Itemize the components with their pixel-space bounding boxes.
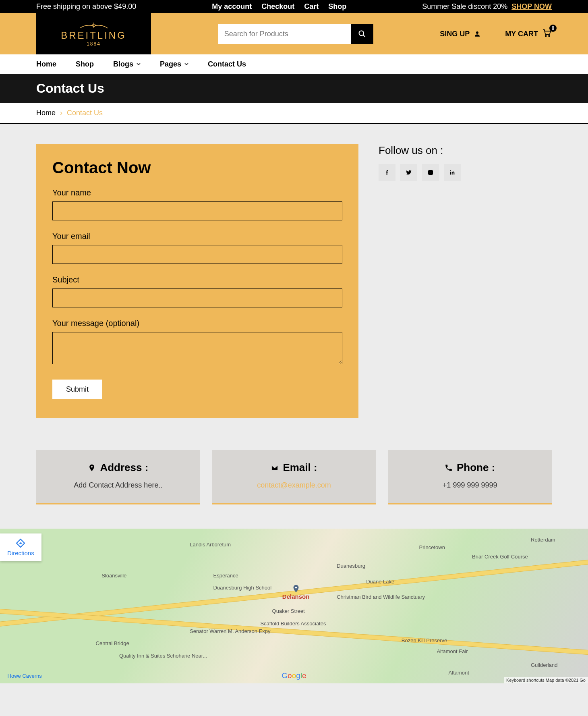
nav-pages[interactable]: Pages [160, 60, 188, 68]
cart-count-badge: 0 [549, 25, 557, 32]
signup-link[interactable]: SING UP [440, 30, 481, 38]
name-label: Your name [52, 188, 342, 197]
topbar-link-shop[interactable]: Shop [328, 2, 346, 11]
submit-button[interactable]: Submit [52, 380, 102, 399]
form-heading: Contact Now [52, 159, 342, 177]
map-label[interactable]: Esperance [212, 572, 240, 579]
nav-shop[interactable]: Shop [76, 60, 94, 68]
header: BREITLING 1884 SING UP MY CART 0 [0, 13, 588, 54]
svg-point-0 [359, 31, 364, 36]
map-label[interactable]: Quaker Street [271, 608, 306, 614]
search-box [218, 24, 373, 44]
map-label[interactable]: Altamont Fair [435, 648, 469, 655]
envelope-icon [271, 464, 279, 472]
directions-label: Directions [7, 550, 34, 556]
social-row [379, 164, 552, 181]
name-input[interactable] [52, 201, 342, 220]
nav-home[interactable]: Home [36, 60, 56, 68]
nav-contact[interactable]: Contact Us [208, 60, 246, 68]
my-cart-link[interactable]: MY CART 0 [505, 29, 552, 39]
follow-title: Follow us on : [379, 144, 552, 157]
main-nav: Home Shop Blogs Pages Contact Us [0, 54, 588, 74]
my-cart-label: MY CART [505, 30, 538, 38]
map-label[interactable]: Guilderland [529, 662, 559, 668]
email-value[interactable]: contact@example.com [220, 481, 368, 490]
search-input[interactable] [218, 24, 351, 44]
signup-label: SING UP [440, 30, 470, 38]
map-label[interactable]: Quality Inn & Suites Schoharie Near... [118, 652, 209, 659]
map-label[interactable]: Rotterdam [529, 536, 557, 543]
chevron-down-icon [137, 62, 141, 66]
breadcrumb: Home › Contact Us [0, 103, 588, 124]
svg-point-4 [549, 35, 550, 36]
nav-shop-label: Shop [76, 60, 94, 68]
map-label[interactable]: Bozen Kill Preserve [400, 637, 449, 644]
map[interactable]: Directions Delanson Landis Arboretum Esp… [0, 529, 588, 683]
topbar-link-checkout[interactable]: Checkout [261, 2, 294, 11]
chevron-down-icon [184, 62, 188, 66]
nav-blogs[interactable]: Blogs [113, 60, 141, 68]
map-label[interactable]: Briar Creek Golf Course [470, 553, 530, 560]
email-title-text: Email : [283, 461, 317, 474]
address-value: Add Contact Address here.. [44, 481, 192, 490]
social-instagram[interactable] [422, 164, 439, 181]
shop-now-link[interactable]: SHOP NOW [511, 2, 552, 11]
map-label[interactable]: Duanesburg High School [212, 584, 273, 591]
message-textarea[interactable] [52, 332, 342, 364]
search-button[interactable] [351, 24, 373, 44]
map-label[interactable]: Altamont [447, 669, 471, 676]
phone-value: +1 999 999 9999 [396, 481, 544, 490]
header-actions: SING UP MY CART 0 [440, 29, 552, 39]
phone-icon [445, 464, 453, 472]
email-card: Email : contact@example.com [212, 450, 376, 504]
map-pin-icon [88, 464, 96, 472]
subject-input[interactable] [52, 288, 342, 307]
email-label: Your email [52, 232, 342, 241]
breadcrumb-home[interactable]: Home [36, 109, 56, 117]
topbar-link-account[interactable]: My account [212, 2, 252, 11]
map-label[interactable]: Howe Caverns [6, 672, 43, 679]
map-label[interactable]: Duane Lake [364, 578, 396, 585]
info-row: Address : Add Contact Address here.. Ema… [0, 450, 588, 529]
page-title: Contact Us [36, 81, 104, 95]
subject-label: Subject [52, 275, 342, 284]
map-label[interactable]: Duanesburg [335, 562, 367, 569]
contact-form-card: Contact Now Your name Your email Subject… [36, 144, 358, 418]
topbar-link-cart[interactable]: Cart [304, 2, 319, 11]
svg-point-7 [432, 171, 432, 171]
logo[interactable]: BREITLING 1884 [36, 13, 151, 54]
address-card: Address : Add Contact Address here.. [36, 450, 200, 504]
map-attribution[interactable]: Keyboard shortcuts Map data ©2021 Go [504, 677, 588, 683]
map-label[interactable]: Sloansville [100, 572, 128, 579]
search-wrap [151, 24, 440, 44]
svg-point-10 [295, 587, 297, 589]
twitter-icon [406, 169, 412, 176]
email-input[interactable] [52, 245, 342, 264]
map-label[interactable]: Central Bridge [94, 640, 131, 647]
address-title-text: Address : [100, 461, 148, 474]
map-label[interactable]: Princetown [418, 544, 447, 551]
map-directions-button[interactable]: Directions [0, 533, 41, 561]
social-linkedin[interactable] [444, 164, 461, 181]
main-content: Contact Now Your name Your email Subject… [0, 124, 588, 450]
social-facebook[interactable] [379, 164, 395, 181]
nav-pages-label: Pages [160, 60, 181, 68]
social-twitter[interactable] [400, 164, 417, 181]
logo-year: 1884 [87, 41, 101, 47]
map-label[interactable]: Senator Warren M. Anderson Expy [188, 628, 272, 635]
promo-text: Summer Sale discont 20% [422, 2, 507, 11]
logo-wings-icon [78, 21, 110, 30]
map-label[interactable]: Landis Arboretum [188, 541, 232, 548]
cart-icon-wrap: 0 [542, 29, 552, 39]
phone-title: Phone : [396, 461, 544, 474]
map-main-pin[interactable]: Delanson [282, 584, 310, 600]
svg-point-6 [430, 172, 432, 174]
address-title: Address : [44, 461, 192, 474]
shipping-text: Free shipping on above $49.00 [36, 2, 136, 11]
map-label[interactable]: Christman Bird and Wildlife Sanctuary [335, 594, 427, 600]
map-label[interactable]: Scaffold Builders Associates [259, 620, 327, 627]
facebook-icon [384, 169, 390, 176]
nav-home-label: Home [36, 60, 56, 68]
google-logo: Google [282, 671, 306, 680]
user-icon [474, 30, 481, 37]
